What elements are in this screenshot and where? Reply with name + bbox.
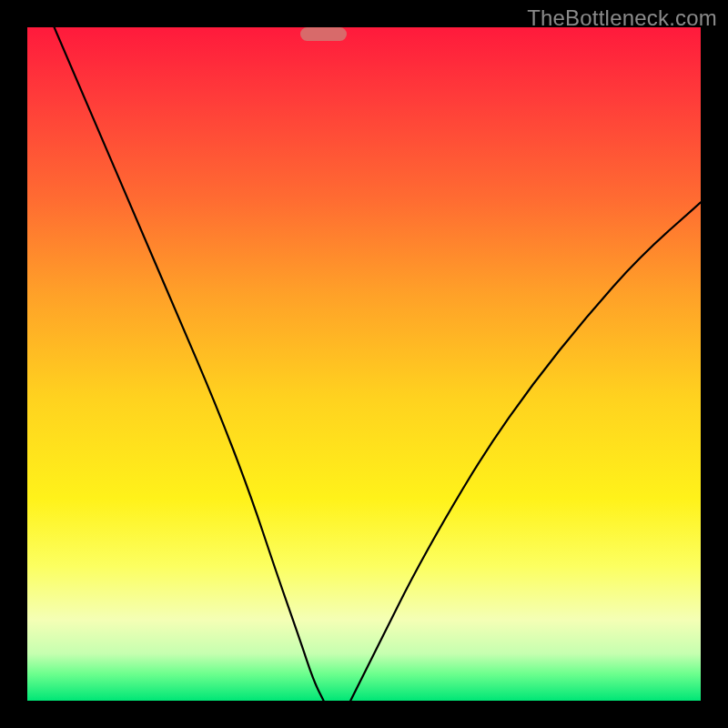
plot-area	[27, 27, 701, 701]
curve-left	[55, 27, 324, 701]
minimum-marker	[300, 27, 348, 41]
outer-frame: TheBottleneck.com	[0, 0, 728, 728]
curve-right	[350, 202, 701, 701]
curve-layer	[27, 27, 701, 701]
